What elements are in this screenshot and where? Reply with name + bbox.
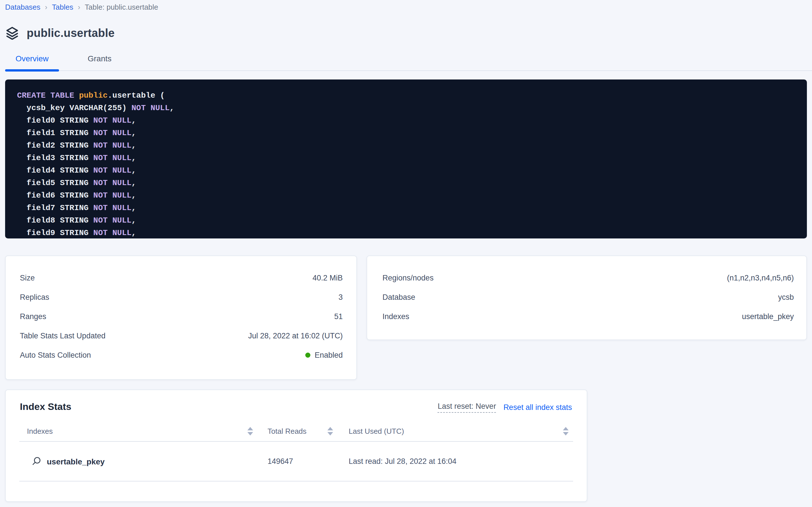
sql-line: field4 STRING NOT NULL,: [17, 164, 796, 177]
summary-row-auto-stats: Auto Stats Collection Enabled: [20, 345, 343, 364]
summary-row-replicas: Replicas 3: [20, 287, 343, 306]
sql-line: field2 STRING NOT NULL,: [17, 139, 796, 152]
summary-value: 40.2 MiB: [312, 273, 343, 282]
summary-row-ranges: Ranges 51: [20, 306, 343, 326]
index-stats-title: Index Stats: [20, 401, 71, 413]
last-reset-label[interactable]: Last reset: Never: [438, 402, 496, 412]
tab-overview[interactable]: Overview: [5, 52, 59, 63]
sql-line: CREATE TABLE public.usertable (: [17, 89, 796, 102]
sql-code: CREATE TABLE public.usertable ( ycsb_key…: [17, 89, 796, 238]
sql-line: field5 STRING NOT NULL,: [17, 177, 796, 189]
page-title: public.usertable: [27, 26, 115, 40]
summary-row-regions: Regions/nodes (n1,n2,n3,n4,n5,n6): [382, 268, 794, 287]
sort-icon[interactable]: [563, 427, 569, 435]
status-text: Enabled: [315, 351, 343, 359]
sql-line: field6 STRING NOT NULL,: [17, 189, 796, 202]
breadcrumb-link-tables[interactable]: Tables: [52, 2, 73, 12]
sql-line: field7 STRING NOT NULL,: [17, 202, 796, 214]
index-table-row: usertable_pkey 149647 Last read: Jul 28,…: [19, 442, 573, 482]
summary-value: usertable_pkey: [742, 312, 794, 321]
breadcrumb: Databases › Tables › Table: public.usert…: [5, 0, 807, 12]
active-tab-indicator: [5, 69, 59, 71]
summary-value: Jul 28, 2022 at 16:02 (UTC): [248, 331, 343, 340]
summary-label: Replicas: [20, 293, 49, 301]
column-header-total-reads[interactable]: Total Reads: [267, 427, 306, 435]
summary-value: 3: [338, 293, 343, 301]
index-table-header: Indexes Total Reads Last Used (UTC): [19, 421, 573, 442]
summary-row-indexes: Indexes usertable_pkey: [382, 306, 794, 326]
sort-icon[interactable]: [247, 427, 253, 435]
summary-label: Regions/nodes: [382, 273, 434, 282]
sql-line: field8 STRING NOT NULL,: [17, 214, 796, 227]
summary-label: Database: [382, 293, 415, 301]
last-used-value: Last read: Jul 28, 2022 at 16:04: [349, 457, 456, 465]
summary-row-stats-updated: Table Stats Last Updated Jul 28, 2022 at…: [20, 326, 343, 345]
sql-line: field1 STRING NOT NULL,: [17, 127, 796, 139]
summary-value: 51: [334, 312, 343, 321]
table-details-card: Regions/nodes (n1,n2,n3,n4,n5,n6) Databa…: [367, 256, 807, 340]
summary-row-size: Size 40.2 MiB: [20, 268, 343, 287]
breadcrumb-link-databases[interactable]: Databases: [5, 2, 40, 12]
reset-all-index-stats-link[interactable]: Reset all index stats: [503, 403, 572, 411]
breadcrumb-current: Table: public.usertable: [85, 2, 158, 12]
summary-label: Table Stats Last Updated: [20, 331, 106, 340]
table-overview-card: Size 40.2 MiB Replicas 3 Ranges 51 Table…: [5, 256, 357, 380]
search-icon: [32, 456, 41, 466]
tab-grants[interactable]: Grants: [73, 52, 127, 63]
summary-label: Auto Stats Collection: [20, 351, 91, 359]
column-header-last-used[interactable]: Last Used (UTC): [349, 427, 404, 435]
chevron-right-icon: ›: [78, 2, 80, 12]
sql-line: field0 STRING NOT NULL,: [17, 114, 796, 127]
status-dot-green: [306, 352, 311, 357]
summary-value: (n1,n2,n3,n4,n5,n6): [727, 273, 794, 282]
sql-line: ycsb_key VARCHAR(255) NOT NULL,: [17, 102, 796, 114]
index-stats-card: Index Stats Last reset: Never Reset all …: [5, 390, 587, 502]
sort-icon[interactable]: [327, 427, 333, 435]
table-stack-icon: [6, 26, 19, 40]
summary-label: Size: [20, 273, 35, 282]
total-reads-value: 149647: [267, 457, 293, 465]
summary-cards: Size 40.2 MiB Replicas 3 Ranges 51 Table…: [5, 256, 807, 380]
summary-label: Ranges: [20, 312, 46, 321]
chevron-right-icon: ›: [45, 2, 47, 12]
index-stats-header: Index Stats Last reset: Never Reset all …: [6, 390, 587, 413]
page-header: public.usertable: [5, 24, 807, 42]
summary-value: ycsb: [778, 293, 794, 301]
summary-row-database: Database ycsb: [382, 287, 794, 306]
summary-value: Enabled: [306, 351, 343, 359]
tab-bar-divider: [5, 70, 812, 71]
sql-line: field3 STRING NOT NULL,: [17, 152, 796, 164]
summary-label: Indexes: [382, 312, 410, 321]
column-header-indexes[interactable]: Indexes: [27, 427, 53, 435]
tab-bar: Overview Grants: [5, 52, 807, 71]
create-statement-box: CREATE TABLE public.usertable ( ycsb_key…: [5, 79, 807, 238]
index-name-link[interactable]: usertable_pkey: [47, 457, 105, 466]
sql-line: field9 STRING NOT NULL,: [17, 227, 796, 238]
page: Databases › Tables › Table: public.usert…: [0, 0, 812, 507]
